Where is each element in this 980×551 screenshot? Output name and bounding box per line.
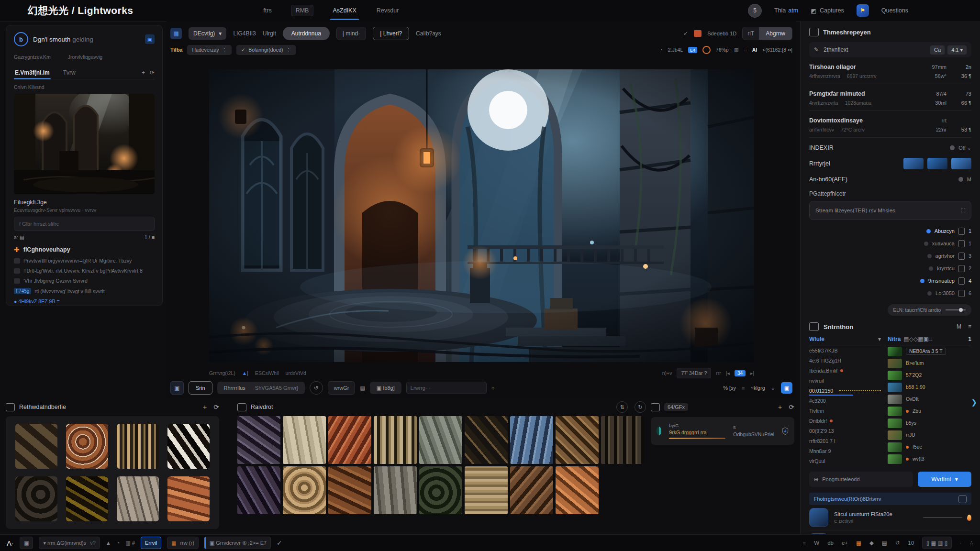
queue-item[interactable]: Sltcul urunturrt FiSta20eC Dctlrvrl (809, 505, 971, 530)
segment-1[interactable]: riT (743, 27, 759, 40)
pass-item[interactable]: agrtvhor3 (809, 250, 971, 262)
thumb-row[interactable]: 57'2Q2 (888, 369, 971, 381)
texture-tile[interactable] (328, 416, 371, 464)
refresh-icon[interactable]: ⟳ (150, 69, 155, 76)
plus-icon[interactable]: ✚ (14, 246, 20, 253)
texture-tile[interactable] (15, 424, 57, 469)
thumb-row[interactable]: b5ys (888, 417, 971, 429)
layer-row[interactable]: Ibenda.Brnlil (809, 365, 881, 375)
prev-frame-icon[interactable]: |◂ (726, 370, 730, 376)
ca-button[interactable]: Ca (930, 45, 945, 55)
prompt-input[interactable]: f Glbr hrrszt slifrc (14, 217, 155, 231)
layer-row[interactable]: rrftr8201 7 I (809, 436, 881, 446)
tray-more-icon[interactable]: ∴ (970, 540, 973, 546)
tray-w-icon[interactable]: W (814, 540, 819, 546)
record-icon[interactable] (702, 46, 711, 54)
mode-indicator[interactable] (958, 177, 963, 182)
camera-icon[interactable]: a: ▤ (14, 234, 24, 240)
account-link[interactable]: atm (788, 7, 798, 14)
group-cell-1[interactable]: Rhrrrrllus (219, 382, 250, 394)
clock-icon[interactable]: ◔ (659, 47, 662, 53)
undo-icon[interactable]: ↺ (310, 381, 323, 395)
circle-icon[interactable]: ○ (491, 385, 495, 391)
chevron-down-icon[interactable]: ⌄ (771, 385, 775, 391)
layer-row-selected[interactable]: 00:012150 (809, 386, 881, 396)
texture-tile[interactable] (465, 466, 508, 514)
render-viewport-image[interactable] (209, 69, 754, 362)
texture-tile[interactable] (167, 424, 210, 469)
param-subvalue-1[interactable]: 56w° (919, 73, 947, 79)
thumb-label-input[interactable]: NEB0Ara 3 5 T (906, 348, 946, 355)
texture-tile[interactable] (66, 424, 108, 469)
play-indicator-icon[interactable]: ▲| (242, 370, 248, 376)
tab-library[interactable]: E.Vm3f(nl.lm (14, 66, 51, 79)
expand-icon[interactable]: ⛶ (961, 208, 965, 214)
bookmark-icon[interactable]: ▣ (145, 34, 155, 44)
taskbar-logo[interactable]: Λ· (7, 539, 14, 547)
tray-bracket-group[interactable]: [| ▦ ▥ |] (922, 537, 952, 549)
tab-secondary[interactable]: Tvrw (62, 66, 77, 79)
thumb-row[interactable]: I5ue (888, 441, 971, 453)
refresh-icon[interactable]: ⟳ (789, 403, 794, 411)
column-icons[interactable]: ▤◇◇▦▣□ (903, 336, 932, 342)
param-value-1[interactable]: 87/4 (919, 91, 947, 97)
questions-label[interactable]: Questions (881, 7, 908, 14)
texture-tile[interactable] (66, 476, 108, 521)
texture-tile[interactable] (556, 466, 599, 514)
tray-orange-icon[interactable]: ▦ (856, 540, 861, 546)
layer-row[interactable]: Mnnßar 9 (809, 446, 881, 456)
param-subvalue-2[interactable]: 36 ¶ (947, 73, 971, 79)
check-icon[interactable]: ✓ (683, 30, 688, 37)
texture-tile[interactable] (237, 466, 280, 514)
param-subvalue-2[interactable]: 66 ¶ (947, 100, 971, 106)
texture-tile[interactable] (15, 476, 57, 521)
history-item[interactable]: Prvvtvvrtlll örgyvvrvvvnvr=@R Ur Mgitvrc… (14, 258, 155, 264)
rating-thumb-2[interactable] (927, 158, 947, 169)
layer-pill-1[interactable]: Hadeverzay⋮ (187, 45, 232, 55)
chevron-down-icon[interactable]: ▾ (878, 336, 881, 342)
texture-tile[interactable] (419, 466, 462, 514)
param-value-1[interactable]: 97mm (919, 64, 947, 70)
subtab-1[interactable]: Gazrygntzev.Km (14, 54, 51, 60)
refresh-icon[interactable]: ⟳ (213, 403, 219, 411)
sort-icon[interactable]: ⇅ (616, 401, 628, 413)
menu-item-4[interactable]: Revsdur (376, 1, 400, 20)
klgrg-label[interactable]: ~klgrg (751, 385, 765, 391)
toggle-value[interactable]: Off ⌄ (958, 145, 971, 151)
primary-view-icon[interactable]: ▣ (781, 382, 792, 394)
thumb-row[interactable]: rrJU (888, 429, 971, 441)
m-button[interactable]: M (957, 323, 961, 330)
thumb-row[interactable]: wv(t3 (888, 453, 971, 465)
refresh-icon[interactable]: ↻ (635, 401, 646, 413)
layer-chip[interactable]: L4 (688, 47, 697, 53)
account-entry[interactable]: Thia atm (774, 7, 798, 14)
toolbar-item-1[interactable]: LIG4BII3 (233, 30, 256, 37)
tray-undo-icon[interactable]: ↺ (895, 540, 900, 546)
menu-item-3-active[interactable]: AsZdIKX (332, 1, 357, 20)
queue-settings-icon[interactable] (958, 495, 967, 503)
group2-cell-1[interactable]: ▣ Ib8g] (372, 382, 400, 394)
history-item[interactable]: TDrtl-Lg'Wvtr. rlvt Uvvvrv. Klrvzt v bgP… (14, 268, 155, 274)
texture-tile[interactable] (601, 416, 644, 464)
texture-tile[interactable] (117, 424, 159, 469)
thumb-row[interactable]: Zbu (888, 405, 971, 417)
texture-tile[interactable] (374, 416, 417, 464)
texture-tile[interactable] (419, 416, 462, 464)
app-shortcut-icon[interactable]: ⚑ (857, 4, 869, 17)
texture-tile[interactable] (117, 476, 159, 521)
layer-row[interactable]: Dntbldr! (809, 416, 881, 426)
column-header-1[interactable]: Wlule▾ (809, 336, 881, 345)
pass-item[interactable]: 9rnsnuatep4 (809, 275, 971, 287)
add-icon[interactable]: + (142, 69, 145, 76)
history-item-active[interactable]: ● 4Hl9kvZ 8EZ 9B = (14, 298, 155, 304)
window-icon[interactable]: ▣ (20, 537, 33, 549)
pass-item[interactable]: kryrrtcu2 (809, 262, 971, 275)
pass-item[interactable]: Lo:30506 (809, 287, 971, 299)
texture-tile[interactable] (283, 466, 326, 514)
thumb-row[interactable]: B>e'lum (888, 357, 971, 369)
thumb-row[interactable]: NEB0Ara 3 5 T (888, 345, 971, 357)
texture-tile[interactable] (510, 466, 553, 514)
wrw-button[interactable]: wrwGr (328, 381, 356, 395)
subtab-2[interactable]: Jrorvlvfiqgavvig (68, 54, 102, 60)
grid-icon[interactable]: ▥ (734, 47, 739, 53)
